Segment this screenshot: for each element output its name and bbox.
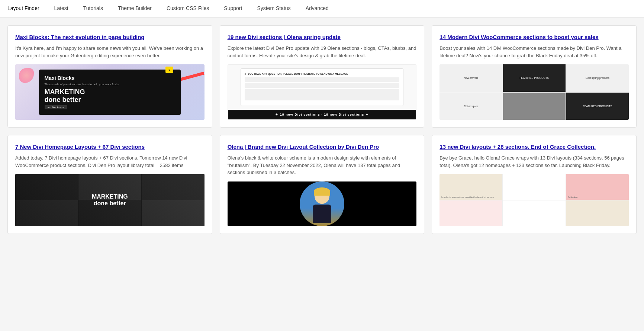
woo-cell-5 [503,93,566,120]
maxi-domain-tag: maxiblocks.com [45,105,68,109]
card-excerpt-woocommerce: Boost your sales with 14 Divi WooCommerc… [439,45,629,59]
tab-custom-css-files[interactable]: Custom CSS Files [159,0,216,17]
grace-cell-5 [503,200,566,226]
maxi-marketing-text: MARKETINGdone better [45,88,175,104]
maxi-badge: ? [165,67,173,73]
card-grace-collection: 13 new Divi layouts + 28 sections. End o… [432,135,637,234]
woo-cell-label-1: New arrivals [464,77,478,79]
maxi-subtitle-text: Thousands of premium templates to help y… [45,83,175,86]
homepage-marketing-text: MARKETINGdone better [92,193,128,207]
card-title-19-divi[interactable]: 19 new Divi sections | Olena spring upda… [228,33,417,41]
decorative-blob [19,68,34,83]
grace-cell-text-1: In order to succeed, we must first belie… [441,196,493,198]
olena-hair [314,187,330,196]
grace-cell-2 [503,174,566,200]
card-excerpt-7-homepage: Added today, 7 Divi homepage layouts + 6… [15,154,205,169]
form-field-2 [245,83,399,88]
grace-cell-4 [439,200,502,226]
woo-cell-label-3: Best spring products [586,77,609,79]
olena-head [315,189,329,204]
grace-collection-label: Collection [568,196,577,198]
card-excerpt-maxi-blocks: It's Kyra here, and I'm happy to share s… [15,45,205,59]
card-19-divi-sections: 19 new Divi sections | Olena spring upda… [220,25,425,128]
scroll-hint [0,241,644,243]
card-title-olena-brand[interactable]: Olena | Brand new Divi Layout Collection… [228,143,417,151]
card-title-woocommerce[interactable]: 14 Modern Divi WooCommerce sections to b… [439,33,629,41]
tab-support[interactable]: Support [216,0,249,17]
form-question: IF YOU HAVE ANY QUESTION, PLEASE DON'T H… [245,73,399,75]
tab-advanced[interactable]: Advanced [298,0,336,17]
card-image-7-homepage: MARKETINGdone better [15,174,205,226]
card-excerpt-19-divi: Explore the latest Divi Den Pro update w… [228,45,417,59]
woo-cell-3: Best spring products [566,64,629,92]
tab-layout-finder[interactable]: Layout Finder [0,0,47,17]
divi19-banner: ✦ 19 new Divi sections · 19 new Divi sec… [228,110,416,119]
card-image-woocommerce: New arrivals FEATURED PRODUCTS Best spri… [439,64,629,120]
content-grid: Maxi Blocks: The next evolution in page … [0,18,644,241]
divi19-form-mockup: IF YOU HAVE ANY QUESTION, PLEASE DON'T H… [241,68,403,106]
grace-cell-6 [566,200,629,226]
navigation-bar: Layout Finder Latest Tutorials Theme Bui… [0,0,644,18]
maxi-title-text: Maxi Blocks [45,75,175,81]
woo-cell-6: FEATURED PRODUCTS [566,93,629,120]
card-image-19-divi: IF YOU HAVE ANY QUESTION, PLEASE DON'T H… [228,64,417,120]
card-maxi-blocks: Maxi Blocks: The next evolution in page … [7,25,212,128]
divi19-form-area: IF YOU HAVE ANY QUESTION, PLEASE DON'T H… [228,65,416,110]
grace-cell-3: Collection [566,174,629,200]
card-olena-brand: Olena | Brand new Divi Layout Collection… [220,135,425,234]
form-field-1 [245,77,399,82]
card-title-grace-collection[interactable]: 13 new Divi layouts + 28 sections. End o… [439,143,629,151]
tab-latest[interactable]: Latest [47,0,76,17]
card-excerpt-olena-brand: Olena's black & white colour scheme is a… [228,154,417,176]
card-title-maxi-blocks[interactable]: Maxi Blocks: The next evolution in page … [15,33,205,41]
card-7-homepage-layouts: 7 New Divi Homepage Layouts + 67 Divi se… [7,135,212,234]
card-image-maxi-blocks: ? Maxi Blocks Thousands of premium templ… [15,64,205,120]
tab-system-status[interactable]: System Status [249,0,298,17]
olena-avatar [300,181,344,226]
woo-cell-2: FEATURED PRODUCTS [503,64,566,92]
card-title-7-homepage[interactable]: 7 New Divi Homepage Layouts + 67 Divi se… [15,143,205,151]
tab-theme-builder[interactable]: Theme Builder [110,0,159,17]
woo-cell-4: Editor's pick [439,93,502,120]
woo-cell-1: New arrivals [439,64,502,92]
maxi-blocks-mockup: ? Maxi Blocks Thousands of premium templ… [39,70,181,115]
olena-figure [309,189,335,226]
woo-cell-label-6: FEATURED PRODUCTS [583,105,612,107]
card-image-grace-collection: In order to succeed, we must first belie… [439,174,629,226]
card-woocommerce-sections: 14 Modern Divi WooCommerce sections to b… [432,25,637,128]
card-excerpt-grace-collection: Bye bye Grace, hello Olena! Grace wraps … [439,154,629,169]
woo-cell-label-4: Editor's pick [464,105,478,107]
woo-cell-label-2: FEATURED PRODUCTS [519,77,548,79]
grace-cell-1: In order to succeed, we must first belie… [439,174,502,200]
olena-body [313,205,331,223]
form-field-3 [245,89,399,100]
tab-tutorials[interactable]: Tutorials [76,0,110,17]
card-image-olena-brand [228,181,417,226]
